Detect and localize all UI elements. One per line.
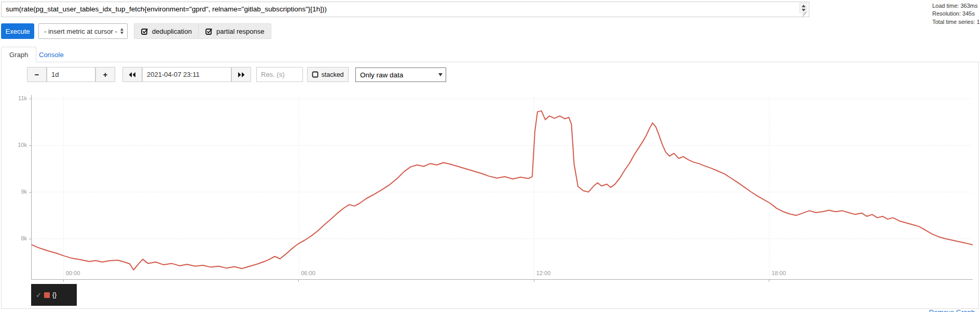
chevron-down-icon	[438, 73, 443, 76]
partial-response-label: partial response	[216, 28, 265, 35]
select-spinner-icon	[120, 28, 123, 34]
textarea-resize-grip-icon[interactable]	[802, 12, 807, 16]
time-back-button[interactable]	[122, 67, 142, 82]
x-axis-label: 18:00	[771, 270, 786, 276]
y-axis-label: 10k	[0, 142, 27, 148]
x-axis-tick	[769, 280, 769, 282]
stacked-label: stacked	[321, 71, 343, 78]
y-axis-label: 8k	[0, 235, 27, 241]
y-axis-tick	[29, 145, 31, 146]
y-axis-tick	[29, 99, 31, 99]
scroll-down-icon[interactable]	[802, 9, 806, 11]
rewind-icon	[129, 72, 136, 78]
fast-forward-icon	[238, 72, 245, 78]
series-color-swatch	[44, 292, 50, 298]
x-axis-label: 00:00	[66, 270, 80, 276]
raw-data-mode-select[interactable]: Only raw data	[355, 67, 446, 82]
remove-graph-link[interactable]: Remove Graph	[929, 308, 975, 312]
tab-graph[interactable]: Graph	[1, 47, 36, 62]
x-axis-tick	[534, 280, 534, 282]
partial-response-toggle[interactable]: partial response	[198, 23, 271, 39]
scroll-up-icon[interactable]	[802, 5, 806, 7]
load-time: Load time: 363ms	[932, 2, 980, 10]
resolution: Resolution: 345s	[932, 10, 980, 18]
insert-metric-select[interactable]: - insert metric at cursor -	[38, 23, 128, 39]
y-axis-tick	[29, 192, 31, 193]
y-axis-label: 9k	[0, 188, 27, 195]
query-input[interactable]	[1, 2, 809, 17]
total-time-series: Total time series: 1	[932, 18, 980, 26]
range-input[interactable]	[47, 67, 95, 82]
chart-plot-area[interactable]: 00:0006:0012:0018:00	[31, 95, 973, 280]
chart-canvas[interactable]: 00:0006:0012:0018:00	[32, 95, 973, 279]
deduplication-label: deduplication	[152, 28, 192, 35]
insert-metric-label: - insert metric at cursor -	[44, 28, 117, 35]
series-legend-item[interactable]: ✓ {}	[31, 284, 77, 306]
x-axis-tick	[63, 280, 64, 282]
checked-checkbox-icon	[141, 27, 149, 35]
execute-button[interactable]: Execute	[1, 23, 34, 39]
raw-data-mode-value: Only raw data	[360, 71, 403, 79]
unchecked-checkbox-icon	[312, 71, 319, 78]
deduplication-toggle[interactable]: deduplication	[134, 23, 199, 39]
y-axis-tick	[29, 239, 31, 239]
stacked-toggle[interactable]: stacked	[307, 67, 349, 82]
y-axis-label: 11k	[0, 95, 27, 101]
legend-check-icon: ✓	[36, 291, 42, 299]
time-forward-button[interactable]	[231, 67, 251, 82]
x-axis-label: 12:00	[536, 270, 551, 276]
query-stats: Load time: 363ms Resolution: 345s Total …	[932, 2, 980, 26]
x-axis-tick	[298, 280, 299, 282]
series-line	[32, 111, 973, 270]
range-decrease-button[interactable]: −	[27, 67, 47, 82]
resolution-input[interactable]	[256, 67, 303, 82]
range-increase-button[interactable]: +	[95, 67, 115, 82]
x-axis-label: 06:00	[301, 270, 315, 276]
datetime-input[interactable]	[142, 67, 231, 82]
checked-checkbox-icon	[205, 27, 213, 35]
tab-console[interactable]: Console	[31, 47, 72, 62]
series-label: {}	[52, 291, 57, 299]
